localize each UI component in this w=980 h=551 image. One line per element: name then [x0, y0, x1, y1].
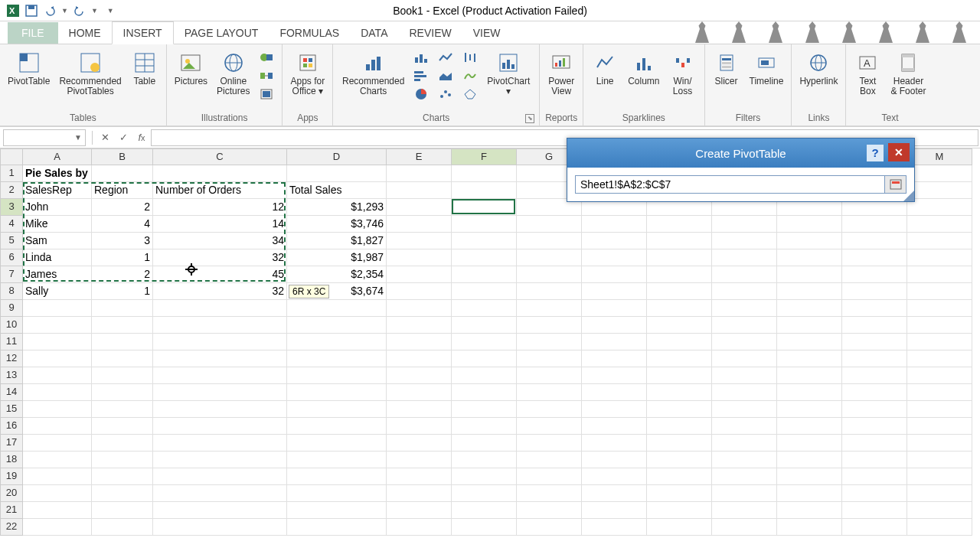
cell-G14[interactable] — [517, 384, 582, 401]
cell-A19[interactable] — [23, 468, 92, 485]
cell-M22[interactable] — [907, 519, 972, 536]
cell-I8[interactable] — [647, 283, 712, 300]
hyperlink-button[interactable]: Hyperlink — [796, 49, 841, 88]
cell-B17[interactable] — [92, 435, 153, 452]
cell-K10[interactable] — [777, 317, 842, 334]
cell-M14[interactable] — [907, 384, 972, 401]
cell-M21[interactable] — [907, 502, 972, 519]
cell-B21[interactable] — [92, 502, 153, 519]
cell-M15[interactable] — [907, 401, 972, 418]
shapes-button[interactable] — [256, 49, 277, 66]
cell-K6[interactable] — [777, 249, 842, 266]
save-icon[interactable] — [24, 4, 38, 18]
cell-D16[interactable] — [287, 418, 387, 435]
cell-B10[interactable] — [92, 317, 153, 334]
cell-D12[interactable] — [287, 350, 387, 367]
cell-M19[interactable] — [907, 468, 972, 485]
col-header-F[interactable]: F — [452, 148, 517, 165]
cell-K16[interactable] — [777, 418, 842, 435]
cell-F13[interactable] — [452, 367, 517, 384]
cell-K17[interactable] — [777, 435, 842, 452]
row-header-20[interactable]: 20 — [0, 485, 23, 502]
row-header-16[interactable]: 16 — [0, 418, 23, 435]
cell-F22[interactable] — [452, 519, 517, 536]
dialog-close-button[interactable]: ✕ — [888, 143, 910, 161]
cell-B15[interactable] — [92, 401, 153, 418]
pictures-button[interactable]: Pictures — [172, 49, 211, 88]
cell-C15[interactable] — [153, 401, 287, 418]
cell-F10[interactable] — [452, 317, 517, 334]
resize-grip-icon[interactable] — [903, 191, 914, 201]
cell-C8[interactable]: 32 — [153, 283, 287, 300]
cell-E7[interactable] — [387, 266, 452, 283]
row-header-8[interactable]: 8 — [0, 283, 23, 300]
cell-D14[interactable] — [287, 384, 387, 401]
cell-G20[interactable] — [517, 485, 582, 502]
cell-K5[interactable] — [777, 233, 842, 249]
cell-K9[interactable] — [777, 300, 842, 317]
charts-launcher-icon[interactable]: ⬊ — [525, 114, 534, 123]
cell-L17[interactable] — [842, 435, 907, 452]
spark-col-button[interactable]: Column — [625, 49, 662, 88]
cell-F3[interactable] — [452, 199, 517, 216]
cell-D2[interactable]: Total Sales — [287, 182, 387, 199]
cell-L14[interactable] — [842, 384, 907, 401]
cell-H14[interactable] — [582, 384, 647, 401]
cell-G9[interactable] — [517, 300, 582, 317]
cell-B2[interactable]: Region — [92, 182, 153, 199]
tab-formulas[interactable]: FORMULAS — [269, 22, 350, 44]
row-header-6[interactable]: 6 — [0, 249, 23, 266]
cell-M4[interactable] — [907, 216, 972, 233]
dialog-help-button[interactable]: ? — [867, 145, 884, 161]
row-header-5[interactable]: 5 — [0, 233, 23, 249]
cell-L18[interactable] — [842, 452, 907, 468]
cell-M16[interactable] — [907, 418, 972, 435]
cell-F20[interactable] — [452, 485, 517, 502]
cell-G18[interactable] — [517, 452, 582, 468]
undo-icon[interactable] — [43, 4, 57, 18]
cell-H5[interactable] — [582, 233, 647, 249]
cell-C10[interactable] — [153, 317, 287, 334]
cell-E3[interactable] — [387, 199, 452, 216]
row-header-17[interactable]: 17 — [0, 435, 23, 452]
cell-D20[interactable] — [287, 485, 387, 502]
tab-home[interactable]: HOME — [58, 22, 112, 44]
row-header-7[interactable]: 7 — [0, 266, 23, 283]
cell-J4[interactable] — [712, 216, 777, 233]
collapse-dialog-icon[interactable] — [884, 176, 906, 193]
cell-K14[interactable] — [777, 384, 842, 401]
cell-L19[interactable] — [842, 468, 907, 485]
cell-K11[interactable] — [777, 334, 842, 350]
cell-I13[interactable] — [647, 367, 712, 384]
cell-E22[interactable] — [387, 519, 452, 536]
row-header-15[interactable]: 15 — [0, 401, 23, 418]
cell-G5[interactable] — [517, 233, 582, 249]
cell-B19[interactable] — [92, 468, 153, 485]
cell-M17[interactable] — [907, 435, 972, 452]
cell-B4[interactable]: 4 — [92, 216, 153, 233]
redo-dropdown[interactable]: ▼ — [91, 7, 98, 15]
cell-G17[interactable] — [517, 435, 582, 452]
cell-J19[interactable] — [712, 468, 777, 485]
cell-H20[interactable] — [582, 485, 647, 502]
cell-C6[interactable]: 32 — [153, 249, 287, 266]
cell-L22[interactable] — [842, 519, 907, 536]
cell-K7[interactable] — [777, 266, 842, 283]
cell-D17[interactable] — [287, 435, 387, 452]
cell-F11[interactable] — [452, 334, 517, 350]
redo-icon[interactable] — [73, 4, 87, 18]
cell-J14[interactable] — [712, 384, 777, 401]
cell-E17[interactable] — [387, 435, 452, 452]
cell-F17[interactable] — [452, 435, 517, 452]
cell-M2[interactable] — [907, 182, 972, 199]
row-header-19[interactable]: 19 — [0, 468, 23, 485]
fx-icon[interactable]: fx — [132, 129, 151, 146]
qat-customize[interactable]: ▼ — [107, 7, 114, 15]
cell-C19[interactable] — [153, 468, 287, 485]
cell-E6[interactable] — [387, 249, 452, 266]
cell-J7[interactable] — [712, 266, 777, 283]
cell-E18[interactable] — [387, 452, 452, 468]
cell-F19[interactable] — [452, 468, 517, 485]
cell-G16[interactable] — [517, 418, 582, 435]
cell-L10[interactable] — [842, 317, 907, 334]
